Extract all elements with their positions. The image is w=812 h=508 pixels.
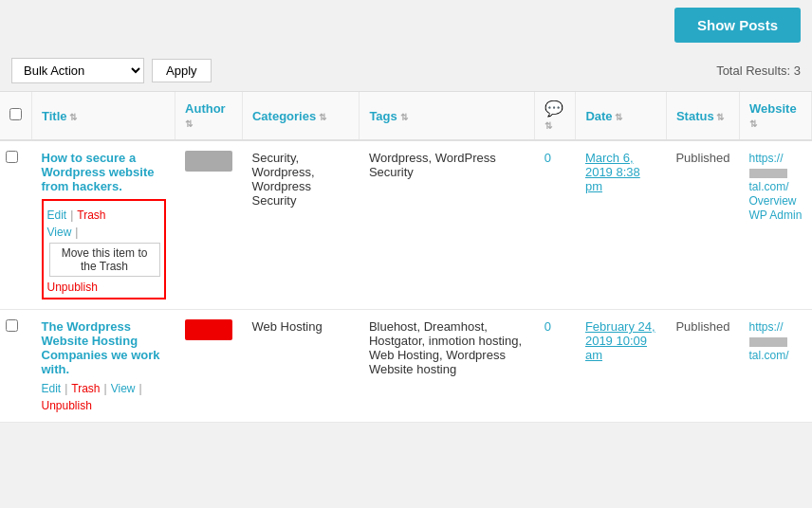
- row1-sep2: |: [75, 226, 78, 239]
- col-status: Status: [666, 92, 739, 140]
- row1-author-thumbnail: [185, 151, 232, 172]
- posts-table: Title Author Categories Tags 💬 Date Stat…: [0, 92, 812, 423]
- row2-comments-cell: 0: [535, 310, 576, 423]
- row1-website-link[interactable]: https://tal.com/OverviewWP Admin: [749, 152, 803, 222]
- row2-view-link[interactable]: View: [111, 382, 136, 395]
- row1-trash-link[interactable]: Trash: [77, 209, 105, 222]
- row1-date-cell: March 6, 2019 8:38 pm: [576, 140, 666, 310]
- col-comments: 💬: [535, 92, 576, 140]
- row2-author-cell: [175, 310, 243, 423]
- toolbar: Bulk Action Apply Total Results: 3: [0, 50, 812, 92]
- row1-actions-3: Unpublish: [47, 281, 160, 294]
- row1-checkbox-cell: [0, 140, 32, 310]
- col-title: Title: [32, 92, 175, 140]
- row2-website-link[interactable]: https://tal.com/: [749, 320, 789, 362]
- col-categories: Categories: [242, 92, 359, 140]
- row2-author-thumbnail: [185, 319, 232, 340]
- row2-website-cell: https://tal.com/: [740, 310, 812, 423]
- show-posts-button[interactable]: Show Posts: [674, 8, 801, 43]
- col-tags: Tags: [360, 92, 535, 140]
- row2-edit-link[interactable]: Edit: [42, 382, 62, 395]
- total-results: Total Results: 3: [716, 64, 801, 78]
- top-bar: Show Posts: [0, 0, 812, 50]
- row1-unpublish-link[interactable]: Unpublish: [47, 281, 98, 294]
- row1-actions: Edit | Trash: [47, 209, 160, 222]
- row2-categories-cell: Web Hosting: [242, 310, 359, 423]
- select-all-checkbox[interactable]: [9, 108, 22, 120]
- row1-comments-cell: 0: [535, 140, 576, 310]
- row2-checkbox[interactable]: [6, 319, 18, 332]
- row1-title-cell: How to secure a Wordpress website from h…: [32, 140, 175, 310]
- row2-status-cell: Published: [666, 310, 739, 423]
- row2-date-link[interactable]: February 24, 2019 10:09 am: [585, 319, 656, 362]
- row2-checkbox-cell: [0, 310, 32, 423]
- row1-sep1: |: [70, 209, 73, 222]
- row1-title-link[interactable]: How to secure a Wordpress website from h…: [42, 151, 166, 193]
- row2-sep2: |: [104, 382, 107, 395]
- col-website: Website: [740, 92, 812, 140]
- row2-unpublish-link[interactable]: Unpublish: [42, 399, 92, 412]
- row2-status: Published: [675, 319, 729, 334]
- row1-view-link[interactable]: View: [47, 226, 72, 239]
- row2-trash-link[interactable]: Trash: [71, 382, 100, 395]
- row1-status: Published: [675, 151, 729, 165]
- row1-edit-link[interactable]: Edit: [47, 209, 67, 222]
- row2-sep3: |: [138, 382, 141, 395]
- table-row: How to secure a Wordpress website from h…: [0, 140, 812, 310]
- col-date: Date: [576, 92, 666, 140]
- row1-author-cell: [175, 140, 243, 310]
- row1-categories-cell: Security, Wordpress, Wordpress Security: [242, 140, 359, 310]
- col-author: Author: [175, 92, 243, 140]
- row2-date-cell: February 24, 2019 10:09 am: [576, 310, 666, 423]
- apply-button[interactable]: Apply: [152, 59, 212, 82]
- row1-checkbox[interactable]: [6, 151, 18, 163]
- row2-title-cell: The Wordpress Website Hosting Companies …: [32, 310, 175, 423]
- row1-date-link[interactable]: March 6, 2019 8:38 pm: [585, 151, 656, 193]
- comment-icon: 💬: [544, 100, 563, 117]
- row2-title-link[interactable]: The Wordpress Website Hosting Companies …: [42, 319, 166, 376]
- row2-actions: Edit | Trash | View | Unpublish: [42, 382, 166, 412]
- row1-actions-box: Edit | Trash View | Move this item to th…: [42, 199, 166, 299]
- table-row: The Wordpress Website Hosting Companies …: [0, 310, 812, 423]
- row1-status-cell: Published: [666, 140, 739, 310]
- row1-comments-link[interactable]: 0: [544, 151, 551, 165]
- col-checkbox: [0, 92, 32, 140]
- row2-tags-cell: Bluehost, Dreamhost, Hostgator, inmotion…: [360, 310, 535, 423]
- row1-website-cell: https://tal.com/OverviewWP Admin: [740, 140, 812, 310]
- row1-move-trash-button[interactable]: Move this item to the Trash: [49, 243, 160, 277]
- row1-actions-2: View | Move this item to the Trash: [47, 226, 160, 277]
- toolbar-left: Bulk Action Apply: [11, 58, 212, 83]
- bulk-action-select[interactable]: Bulk Action: [11, 58, 144, 83]
- row1-tags-cell: Wordpress, WordPress Security: [360, 140, 535, 310]
- posts-table-container: Title Author Categories Tags 💬 Date Stat…: [0, 92, 812, 423]
- row2-sep1: |: [65, 382, 67, 395]
- row2-comments-link[interactable]: 0: [544, 319, 551, 334]
